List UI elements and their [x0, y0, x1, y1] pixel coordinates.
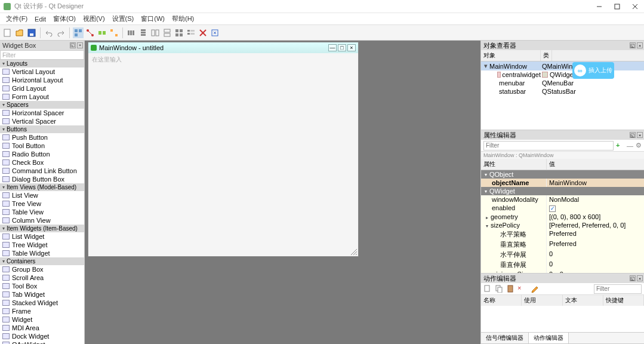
new-form-icon[interactable]: [2, 27, 13, 38]
adjust-size-icon[interactable]: [209, 27, 220, 38]
paste-action-icon[interactable]: [506, 284, 516, 294]
widget-item[interactable]: Horizontal Spacer: [0, 109, 84, 117]
action-filter-input[interactable]: [594, 284, 642, 294]
widget-item[interactable]: Horizontal Layout: [0, 76, 84, 84]
subwin-close-icon[interactable]: ×: [347, 44, 356, 51]
widget-category[interactable]: Buttons: [0, 125, 84, 133]
dock-float-icon[interactable]: ◱: [70, 42, 76, 48]
config-icon[interactable]: ⚙: [636, 142, 642, 149]
widget-item[interactable]: Column View: [0, 216, 84, 225]
layout-v-icon[interactable]: [138, 27, 149, 38]
add-property-icon[interactable]: +: [616, 142, 624, 150]
menu-file[interactable]: 文件(F): [2, 13, 31, 24]
widget-item[interactable]: Form Layout: [0, 93, 84, 101]
widget-item[interactable]: Dialog Button Box: [0, 175, 84, 183]
widget-category[interactable]: Containers: [0, 257, 84, 265]
property-row[interactable]: windowModalityNonModal: [481, 195, 644, 204]
object-inspector-tree[interactable]: ▾MainWindowQMainWindowcentralwidgetQWidg…: [481, 62, 644, 130]
widget-item[interactable]: List View: [0, 191, 84, 199]
widget-item[interactable]: QAxWidget: [0, 340, 84, 344]
widget-item[interactable]: Command Link Button: [0, 167, 84, 175]
menu-form[interactable]: 窗体(O): [50, 13, 79, 24]
widget-item[interactable]: Dock Widget: [0, 332, 84, 340]
copy-action-icon[interactable]: [495, 284, 504, 294]
property-row[interactable]: enabled✓: [481, 204, 644, 213]
widget-item[interactable]: Grid Layout: [0, 84, 84, 93]
layout-grid-icon[interactable]: [174, 27, 184, 38]
edit-taborder-icon[interactable]: [109, 27, 119, 38]
break-layout-icon[interactable]: [198, 27, 208, 38]
subwin-minimize-icon[interactable]: —: [328, 44, 337, 51]
edit-widgets-icon[interactable]: [73, 27, 84, 38]
object-row[interactable]: statusbarQStatusBar: [481, 87, 644, 96]
close-button[interactable]: [626, 0, 644, 13]
widget-item[interactable]: Stacked Widget: [0, 299, 84, 307]
dock-float-icon[interactable]: ◱: [630, 275, 636, 281]
menu-view[interactable]: 视图(V): [79, 13, 109, 24]
form-subwindow[interactable]: MainWindow - untitled — □ × 在这里输入: [88, 42, 359, 257]
widget-item[interactable]: Vertical Layout: [0, 67, 84, 76]
property-row[interactable]: 垂直策略Preferred: [481, 239, 644, 250]
menu-help[interactable]: 帮助(H): [168, 13, 198, 24]
property-group[interactable]: QObject: [481, 170, 644, 179]
widget-item[interactable]: Tree Widget: [0, 241, 84, 249]
redo-icon[interactable]: [56, 27, 66, 38]
property-row[interactable]: 垂直伸展0: [481, 260, 644, 270]
widget-category[interactable]: Item Widgets (Item-Based): [0, 225, 84, 232]
property-group[interactable]: QWidget: [481, 187, 644, 195]
widget-item[interactable]: Check Box: [0, 158, 84, 167]
form-body[interactable]: 在这里输入: [88, 53, 358, 256]
subwindow-titlebar[interactable]: MainWindow - untitled — □ ×: [88, 42, 358, 53]
object-row[interactable]: centralwidgetQWidget: [481, 70, 644, 79]
layout-hsplit-icon[interactable]: [150, 27, 161, 38]
bottom-tab[interactable]: 动作编辑器: [529, 333, 569, 343]
widget-box-list[interactable]: LayoutsVertical LayoutHorizontal LayoutG…: [0, 60, 84, 344]
menubar-hint[interactable]: 在这里输入: [92, 56, 122, 64]
property-row[interactable]: sizePolicy[Preferred, Preferred, 0, 0]: [481, 221, 644, 229]
delete-action-icon[interactable]: ×: [517, 284, 527, 294]
widget-item[interactable]: Scroll Area: [0, 274, 84, 282]
property-row[interactable]: objectNameMainWindow: [481, 179, 644, 187]
widget-item[interactable]: Radio Button: [0, 150, 84, 158]
layout-vsplit-icon[interactable]: [162, 27, 172, 38]
menu-window[interactable]: 窗口(W): [137, 13, 168, 24]
form-canvas[interactable]: MainWindow - untitled — □ × 在这里输入: [85, 41, 480, 344]
widget-item[interactable]: Table Widget: [0, 249, 84, 257]
dock-close-icon[interactable]: ×: [637, 275, 643, 281]
widget-item[interactable]: Tab Widget: [0, 290, 84, 299]
menu-edit[interactable]: Edit: [31, 14, 50, 24]
resize-grip-icon[interactable]: [351, 249, 357, 255]
layout-form-icon[interactable]: [186, 27, 196, 38]
widget-item[interactable]: Tree View: [0, 199, 84, 208]
property-row[interactable]: minimumSize0 x 0: [481, 270, 644, 274]
dock-float-icon[interactable]: ◱: [630, 132, 636, 138]
layout-h-icon[interactable]: [126, 27, 137, 38]
object-row[interactable]: ▾MainWindowQMainWindow: [481, 62, 644, 70]
dock-close-icon[interactable]: ×: [77, 42, 83, 48]
save-icon[interactable]: [26, 27, 37, 38]
dock-close-icon[interactable]: ×: [637, 42, 643, 48]
property-row[interactable]: 水平伸展0: [481, 250, 644, 260]
widget-item[interactable]: List Widget: [0, 232, 84, 241]
widget-item[interactable]: Group Box: [0, 265, 84, 274]
minimize-button[interactable]: [590, 0, 608, 13]
subwin-maximize-icon[interactable]: □: [338, 44, 346, 51]
widget-item[interactable]: Tool Box: [0, 282, 84, 290]
undo-icon[interactable]: [44, 27, 54, 38]
widget-category[interactable]: Layouts: [0, 60, 84, 67]
action-list[interactable]: [481, 306, 644, 332]
edit-signals-icon[interactable]: [85, 27, 95, 38]
property-list[interactable]: QObjectobjectNameMainWindowQWidgetwindow…: [481, 170, 644, 273]
maximize-button[interactable]: [608, 0, 626, 13]
menu-settings[interactable]: 设置(S): [109, 13, 138, 24]
property-row[interactable]: 水平策略Preferred: [481, 229, 644, 239]
widget-box-filter[interactable]: Filter: [0, 50, 84, 60]
widget-category[interactable]: Item Views (Model-Based): [0, 183, 84, 191]
widget-item[interactable]: Tool Button: [0, 142, 84, 150]
open-icon[interactable]: [14, 27, 25, 38]
edit-action-icon[interactable]: [531, 284, 540, 294]
widget-item[interactable]: Push Button: [0, 133, 84, 142]
object-row[interactable]: menubarQMenuBar: [481, 79, 644, 87]
remove-property-icon[interactable]: —: [627, 142, 633, 149]
widget-item[interactable]: Table View: [0, 208, 84, 216]
